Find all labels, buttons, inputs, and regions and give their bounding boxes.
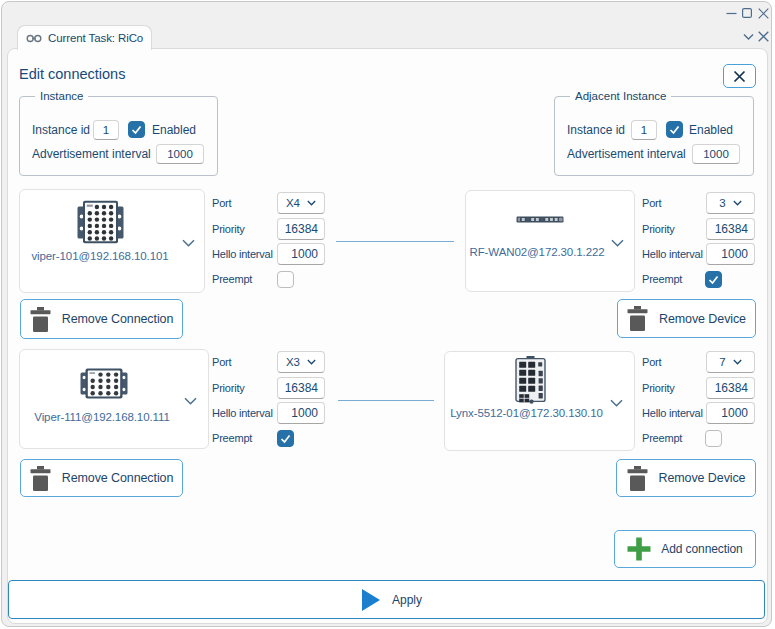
- port-label: Port: [642, 192, 661, 214]
- chevron-down-icon[interactable]: [742, 29, 754, 43]
- priority-label: Priority: [212, 377, 245, 399]
- instance-id-input[interactable]: 1: [631, 120, 657, 140]
- chevron-down-icon: [307, 200, 316, 206]
- instance-id-input[interactable]: 1: [93, 120, 119, 140]
- check-icon: [130, 123, 143, 136]
- device-name: Lynx-5512-01@172.30.130.10: [450, 407, 603, 419]
- add-connection-button[interactable]: Add connection: [614, 530, 756, 568]
- close-icon[interactable]: [757, 29, 769, 43]
- device-name: RF-WAN02@172.30.1.222: [469, 246, 604, 258]
- tab-current-task[interactable]: Current Task: RiCo: [17, 25, 152, 50]
- device-name: viper-101@192.168.10.101: [31, 250, 168, 262]
- instance-id-label: Instance id: [32, 120, 90, 140]
- connection-line: [338, 400, 434, 401]
- trash-icon: [627, 466, 648, 491]
- close-icon: [733, 70, 746, 83]
- chevron-down-icon[interactable]: [182, 239, 195, 247]
- screen: Current Task: RiCo Edit connections Inst…: [0, 0, 775, 629]
- priority-input[interactable]: 16384: [706, 377, 755, 399]
- enabled-checkbox[interactable]: [128, 121, 145, 138]
- hello-interval-input[interactable]: 1000: [277, 402, 325, 424]
- enabled-label: Enabled: [689, 120, 733, 140]
- window-controls: [725, 6, 769, 20]
- enabled-checkbox[interactable]: [666, 121, 683, 138]
- preempt-label: Preempt: [212, 427, 252, 449]
- remove-connection-button[interactable]: Remove Connection: [20, 459, 183, 497]
- viper-compact-switch-image: [77, 200, 124, 244]
- lynx-din-rail-switch-image: [515, 356, 546, 404]
- preempt-checkbox[interactable]: [705, 430, 722, 447]
- preempt-label: Preempt: [642, 427, 682, 449]
- priority-label: Priority: [642, 377, 675, 399]
- instance-legend: Instance: [35, 89, 88, 104]
- check-icon: [279, 432, 292, 445]
- preempt-label: Preempt: [642, 268, 682, 290]
- trash-icon: [30, 307, 51, 332]
- dialog-close-button[interactable]: [723, 64, 756, 88]
- remove-device-label: Remove Device: [659, 471, 746, 485]
- port-value: 7: [719, 356, 725, 368]
- chevron-down-icon[interactable]: [610, 399, 623, 407]
- device-card[interactable]: viper-101@192.168.10.101: [19, 189, 205, 293]
- port-label: Port: [642, 351, 661, 373]
- chevron-down-icon[interactable]: [611, 239, 624, 247]
- remove-device-button[interactable]: Remove Device: [617, 299, 756, 338]
- device-card[interactable]: Viper-111@192.168.10.111: [19, 349, 209, 449]
- advertisement-input[interactable]: 1000: [156, 144, 204, 164]
- port-value: 3: [719, 197, 725, 209]
- chevron-down-icon[interactable]: [184, 397, 197, 405]
- chevron-down-icon: [733, 359, 742, 365]
- priority-input[interactable]: 16384: [277, 218, 325, 240]
- advertisement-label: Advertisement interval: [567, 144, 686, 164]
- connection-line: [336, 241, 454, 242]
- remove-connection-button[interactable]: Remove Connection: [20, 299, 183, 339]
- preempt-checkbox[interactable]: [277, 430, 294, 447]
- preempt-checkbox[interactable]: [705, 271, 722, 288]
- device-card[interactable]: RF-WAN02@172.30.1.222: [465, 190, 635, 292]
- priority-label: Priority: [642, 218, 675, 240]
- dialog-title: Edit connections: [19, 66, 125, 82]
- port-label: Port: [212, 351, 231, 373]
- device-name: Viper-111@192.168.10.111: [34, 411, 169, 423]
- remove-connection-label: Remove Connection: [62, 471, 174, 485]
- apply-label: Apply: [392, 593, 422, 607]
- preempt-label: Preempt: [212, 268, 252, 290]
- minimize-icon[interactable]: [725, 6, 737, 20]
- adjacent-instance-legend: Adjacent Instance: [570, 89, 671, 104]
- remove-device-label: Remove Device: [659, 312, 746, 326]
- trash-icon: [627, 306, 648, 331]
- add-connection-label: Add connection: [661, 542, 742, 556]
- close-icon[interactable]: [757, 6, 769, 20]
- hello-interval-label: Hello interval: [212, 243, 273, 265]
- chevron-down-icon: [307, 359, 316, 365]
- check-icon: [707, 273, 720, 286]
- priority-input[interactable]: 16384: [277, 377, 325, 399]
- hello-interval-input[interactable]: 1000: [706, 243, 755, 265]
- priority-label: Priority: [212, 218, 245, 240]
- remove-connection-label: Remove Connection: [62, 312, 174, 326]
- hello-interval-label: Hello interval: [642, 243, 703, 265]
- priority-input[interactable]: 16384: [706, 218, 755, 240]
- instance-id-label: Instance id: [567, 120, 625, 140]
- device-card[interactable]: Lynx-5512-01@172.30.130.10: [444, 351, 635, 451]
- hello-interval-input[interactable]: 1000: [277, 243, 325, 265]
- hello-interval-label: Hello interval: [212, 402, 273, 424]
- preempt-checkbox[interactable]: [277, 271, 294, 288]
- hello-interval-input[interactable]: 1000: [706, 402, 755, 424]
- remove-device-button[interactable]: Remove Device: [616, 459, 756, 497]
- advertisement-label: Advertisement interval: [32, 144, 151, 164]
- apply-button[interactable]: Apply: [8, 580, 765, 619]
- port-select[interactable]: X4: [277, 192, 325, 214]
- plus-icon: [627, 537, 651, 561]
- enabled-label: Enabled: [152, 120, 196, 140]
- port-select[interactable]: 3: [706, 192, 755, 214]
- tabstrip-controls: [742, 29, 769, 43]
- instance-groupbox: Instance Instance id 1 Enabled Advertise…: [19, 96, 218, 176]
- port-select[interactable]: X3: [277, 351, 325, 373]
- maximize-icon[interactable]: [741, 6, 753, 20]
- link-icon: [26, 33, 43, 44]
- advertisement-input[interactable]: 1000: [692, 144, 740, 164]
- port-select[interactable]: 7: [706, 351, 755, 373]
- adjacent-instance-groupbox: Adjacent Instance Instance id 1 Enabled …: [554, 96, 754, 176]
- port-label: Port: [212, 192, 231, 214]
